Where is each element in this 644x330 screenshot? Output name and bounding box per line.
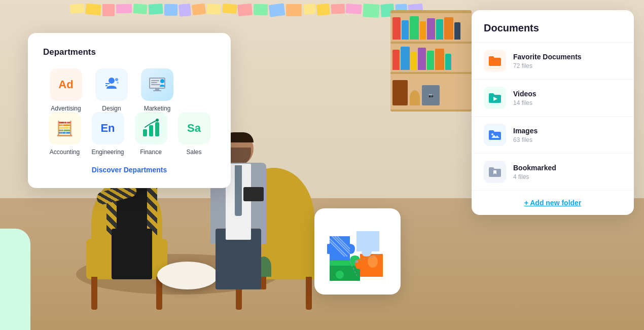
folder-blue-icon [488, 129, 502, 140]
dept-label-marketing: Marketing [144, 105, 171, 112]
svg-rect-12 [153, 90, 161, 91]
doc-count-bookmarked: 4 files [513, 173, 622, 180]
puzzle-card [314, 208, 401, 295]
sticky-note [86, 4, 101, 16]
svg-point-25 [336, 271, 344, 279]
dept-label-finance: Finance [140, 149, 162, 156]
svg-point-29 [355, 260, 358, 263]
svg-rect-13 [143, 129, 147, 136]
folder-teal-icon [488, 92, 502, 103]
folder-orange-icon [488, 55, 502, 66]
doc-folder-icon-bookmarked [484, 161, 506, 183]
documents-card: Documents Favorite Documents 72 files Vi… [472, 10, 634, 215]
doc-count-favorite: 72 files [513, 62, 622, 69]
departments-title: Departments [43, 47, 216, 57]
doc-item-bookmarked[interactable]: Bookmarked 4 files [472, 153, 634, 190]
documents-title: Documents [472, 22, 634, 34]
doc-info-images: Images 63 files [513, 127, 622, 143]
dept-item-design[interactable]: Design [89, 68, 134, 112]
doc-name-videos: Videos [513, 90, 622, 98]
puzzle-illustration [327, 221, 388, 282]
dept-item-accounting[interactable]: 🧮 Accounting [43, 112, 86, 156]
doc-item-favorite[interactable]: Favorite Documents 72 files [472, 42, 634, 79]
sticky-note [148, 4, 163, 15]
svg-rect-15 [155, 122, 159, 136]
doc-info-bookmarked: Bookmarked 4 files [513, 164, 622, 180]
sticky-note [269, 3, 285, 17]
dept-row-1: Ad Advertising Design [43, 68, 216, 112]
doc-count-videos: 14 files [513, 99, 622, 106]
sticky-note [316, 4, 330, 16]
dept-icon-engineering: En [92, 112, 124, 144]
bookshelf: 📷 [390, 10, 472, 112]
sticky-note [237, 4, 253, 16]
sticky-note [69, 4, 85, 14]
dept-label-sales: Sales [186, 149, 201, 156]
sticky-note [303, 4, 316, 14]
sticky-note [192, 3, 206, 15]
doc-info-videos: Videos 14 files [513, 90, 622, 106]
dept-icon-design [95, 68, 128, 101]
sticky-note [207, 4, 221, 15]
sticky-note [363, 4, 379, 17]
dept-item-sales[interactable]: Sa Sales [172, 112, 216, 156]
sticky-note [222, 4, 237, 14]
svg-rect-14 [149, 125, 153, 136]
sticky-note [346, 4, 362, 14]
svg-point-0 [109, 78, 115, 84]
doc-count-images: 63 files [513, 136, 622, 143]
svg-rect-7 [151, 80, 159, 81]
svg-point-10 [160, 79, 164, 83]
dept-icon-finance [135, 112, 167, 144]
dept-label-advertising: Advertising [51, 105, 81, 112]
svg-point-19 [491, 133, 493, 135]
dept-icon-marketing [141, 68, 173, 101]
finance-svg-icon [140, 117, 162, 139]
design-svg-icon [102, 76, 121, 94]
sticky-note [116, 4, 132, 14]
doc-folder-icon-images [484, 124, 506, 146]
sticky-note [164, 4, 178, 16]
sticky-note [286, 4, 302, 16]
discover-departments-link[interactable]: Discover Departments [43, 166, 216, 174]
dept-label-design: Design [102, 105, 121, 112]
add-new-folder-button[interactable]: + Add new folder [472, 190, 634, 215]
dept-icon-advertising: Ad [50, 68, 82, 101]
svg-point-26 [368, 255, 378, 268]
sticky-note [254, 4, 268, 15]
svg-rect-11 [155, 89, 159, 90]
doc-folder-icon-favorite [484, 50, 506, 72]
sticky-note [102, 4, 115, 16]
sticky-note [133, 4, 148, 14]
svg-point-16 [156, 119, 159, 122]
dept-item-marketing[interactable]: Marketing [134, 68, 180, 112]
dept-item-advertising[interactable]: Ad Advertising [43, 68, 89, 112]
dept-label-engineering: Engineering [91, 149, 124, 156]
doc-name-favorite: Favorite Documents [513, 53, 622, 61]
dept-row-2: 🧮 Accounting En Engineering [43, 112, 216, 156]
svg-point-3 [115, 78, 118, 81]
folder-gray-icon [488, 166, 502, 177]
doc-item-videos[interactable]: Videos 14 files [472, 79, 634, 116]
dept-item-finance[interactable]: Finance [129, 112, 172, 156]
doc-info-favorite: Favorite Documents 72 files [513, 53, 622, 69]
doc-name-images: Images [513, 127, 622, 135]
doc-folder-icon-videos [484, 87, 506, 109]
dept-label-accounting: Accounting [50, 149, 80, 156]
dept-icon-accounting: 🧮 [49, 112, 81, 144]
sticky-note [331, 4, 345, 14]
doc-item-images[interactable]: Images 63 files [472, 116, 634, 153]
green-corner-decoration [0, 229, 30, 330]
svg-rect-9 [151, 84, 160, 85]
marketing-svg-icon [147, 76, 167, 94]
svg-point-4 [117, 82, 119, 84]
dept-item-engineering[interactable]: En Engineering [86, 112, 129, 156]
sticky-note [178, 4, 191, 17]
dept-icon-sales: Sa [178, 112, 210, 144]
doc-name-bookmarked: Bookmarked [513, 164, 622, 172]
departments-card: Departments Ad Advertising [28, 33, 231, 188]
svg-rect-8 [151, 82, 157, 83]
